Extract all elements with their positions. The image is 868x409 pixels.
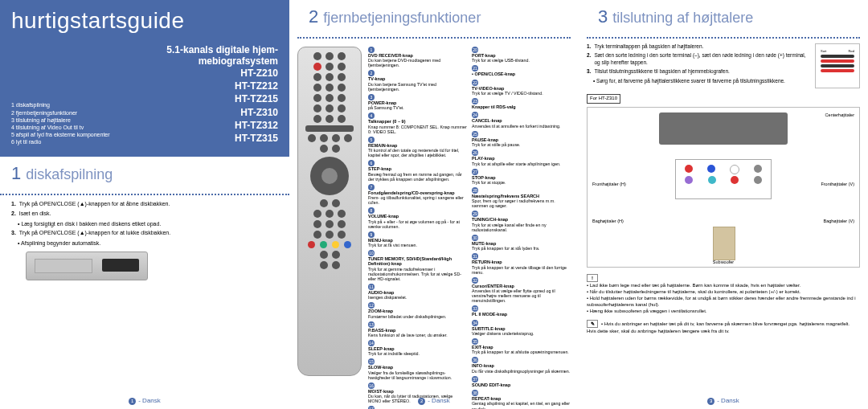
dvd-player-illustration	[26, 252, 148, 280]
n2: Hvis du anbringer en højttaler tæt på di…	[587, 321, 850, 333]
remote-item: 9MENU-knapTryk for at få vist menuen.	[368, 231, 467, 247]
remote-item: 35EXIT-knapTryk på knappen for at afslut…	[472, 338, 571, 354]
model-1: HT-TZ212	[166, 80, 278, 92]
remote-item: 25PAUSE-knapTryk for at stille på pause.	[472, 131, 571, 147]
model-2: HT-TZ215	[166, 92, 278, 105]
footer-lang-2: - Dansk	[428, 397, 450, 404]
remote-item: 6STEP-knapBevæg fremad og frem en ramme …	[368, 160, 467, 181]
caution-notes: ! • Lad ikke børn lege med eller tæt på …	[587, 274, 860, 334]
section3-body: SortRød 1.Tryk terminaltappen på bagside…	[587, 43, 860, 334]
page-num-1: 1	[129, 398, 136, 405]
dotted-rule	[0, 194, 289, 195]
remote-item: 8VOLUME-knapTryk på + eller - for at øge…	[368, 207, 467, 228]
s1-bullet1: Læg forsigtigt en disk i bakken med disk…	[18, 220, 278, 227]
s1-step1: Tryk på OPEN/CLOSE (▲)-knappen for at åb…	[19, 200, 170, 207]
s3-step1: Tryk terminaltappen på bagsiden af højtt…	[594, 43, 703, 50]
remote-item: 1DVD RECEIVER-knapDu kan betjene DVD-mod…	[368, 47, 467, 67]
remote-item: 36INFO-knapDu får viste diskafspilningso…	[472, 357, 571, 373]
terminal-panel	[675, 159, 772, 199]
s1-step3: Tryk på OPEN/CLOSE (▲)-knappen for at lu…	[19, 229, 170, 236]
lbl-rl: Baghøjttaler (V)	[823, 219, 854, 224]
note-icon: ✎	[587, 320, 598, 328]
page-footer-1: 1- Dansk	[0, 397, 289, 405]
model-5: HT-TZ315	[166, 132, 278, 145]
section2-title: fjernbetjeningsfunktioner	[323, 10, 481, 27]
remote-item: 17DVD-knapTryk for at vælge DVD-tilstand…	[368, 406, 467, 409]
model-0: HT-Z210	[166, 67, 278, 80]
lbl-fl: Fronthøjttaler (V)	[821, 182, 854, 187]
remote-item: 15SLOW-knapVælger fra de forskellige slø…	[368, 358, 467, 379]
nav-wheel-icon	[310, 157, 349, 195]
disc-tray-icon	[35, 259, 92, 273]
toc-0: 1 diskafspilning	[11, 101, 110, 108]
remote-item: 24CANCEL-knapAnvendes til at annullere e…	[472, 112, 571, 128]
dotted-rule	[587, 37, 860, 39]
remote-item: 31RETURN-knapTryk på knappen for at vend…	[472, 253, 571, 274]
toc-2: 3 tilslutning af højttalere	[11, 117, 110, 124]
remote-descriptions: 1DVD RECEIVER-knapDu kan betjene DVD-mod…	[368, 47, 571, 409]
page-1: hurtigstartsguide 5.1-kanals digitale hj…	[0, 0, 289, 409]
terminal-illustration: SortRød	[815, 43, 860, 88]
toc-4: 5 afspil af lyd fra eksterne komponenter	[11, 131, 110, 138]
receiver-back-icon	[659, 112, 788, 145]
model-4: HT-TZ312	[166, 119, 278, 132]
s3-step3: Tilslut tilslutningsstikkene til bagside…	[594, 68, 729, 75]
section1-title: diskafspilning	[26, 166, 113, 183]
display-icon	[102, 259, 139, 272]
remote-item: 22TV-VIDEO-knapTryk for at vælge TV / VI…	[472, 80, 571, 96]
page-2: 2 fjernbetjeningsfunktioner	[289, 0, 579, 409]
remote-item: 5REMAIN-knapTil kontrol af den totale og…	[368, 137, 467, 157]
remote-item: 10TUNER MEMORY, SD/HD(Standard/High Defi…	[368, 250, 467, 281]
remote-item: 32Cursor/ENTER-knapAnvendes til at vælge…	[472, 277, 571, 304]
lbl-fr: Fronthøjttaler (H)	[592, 182, 626, 187]
remote-item: 29TUNING/CH-knapTryk for at vælge kanal …	[472, 211, 571, 231]
n1-3: Hæng ikke subwooferen på væggen i ventil…	[590, 309, 707, 313]
remote-illustration	[297, 47, 362, 376]
s3-step2: Sæt den sorte ledning i den sorte termin…	[594, 52, 810, 66]
section2-heading: 2 fjernbetjeningsfunktioner	[297, 0, 571, 32]
lbl-rr: Baghøjttaler (H)	[592, 219, 624, 224]
remote-item: 13P.BASS-knapKens funksion af de lave to…	[368, 321, 467, 337]
caution-icon: !	[587, 274, 598, 282]
remote-item: 28Næste/spring/frekvens SEARCHSpor, frem…	[472, 187, 571, 208]
n1-1: Når du tilslutter højttalerledningerne t…	[590, 289, 801, 294]
page-3: 3 tilslutning af højttalere SortRød 1.Tr…	[579, 0, 868, 409]
footer-lang-3: - Dansk	[717, 397, 739, 404]
remote-item: 20PORT-knapTryk for at vælge USB-tilstan…	[472, 47, 571, 63]
color-buttons	[308, 241, 351, 248]
connection-diagram: Centerhøjttaler Fronthøjttaler (H) Front…	[587, 107, 860, 268]
section3-title: tilslutning af højttalere	[612, 10, 753, 27]
section2-num: 2	[309, 6, 318, 27]
toc-3: 4 tilslutning af Video Out til tv	[11, 124, 110, 131]
remote-item: 30MUTE-knapTryk på knappen for at slå ly…	[472, 235, 571, 251]
remote-item: 27STOP-knapTryk for at stoppe.	[472, 169, 571, 185]
page-num-3: 3	[707, 398, 714, 405]
subtitle-line1: 5.1-kanals digitale hjem-	[166, 44, 278, 55]
remote-item: 34SUBTITLE-knapVælger diskens undertekst…	[472, 320, 571, 336]
lbl-center: Centerhøjttaler	[825, 112, 854, 118]
section1-heading: 1 diskafspilning	[0, 157, 289, 189]
diagram-header: For HT-Z310	[587, 94, 620, 104]
toc: 1 diskafspilning 2 fjernbetjeningsfunkti…	[11, 101, 110, 145]
toc-5: 6 lyt til radio	[11, 138, 110, 145]
remote-item: 3POWER-knappå Samsung TV'et.	[368, 94, 467, 110]
term-red: Rød	[848, 49, 854, 53]
cover-right: 5.1-kanals digitale hjem- mebiografsyste…	[166, 44, 278, 145]
section3-num: 3	[598, 6, 608, 27]
n1-2: Hold højttaleren uden for børns rækkevid…	[587, 296, 856, 307]
remote-item: 14SLEEP-knapTryk for at indstille sleept…	[368, 340, 467, 356]
section3-heading: 3 tilslutning af højttalere	[587, 0, 860, 32]
subtitle-line2: mebiografsystem	[166, 55, 278, 67]
page-footer-2: 2- Dansk	[289, 397, 579, 405]
s1-bullet2: Afspilning begynder automatisk.	[18, 239, 278, 247]
section1-num: 1	[11, 163, 21, 184]
dotted-rule	[297, 37, 571, 39]
page-num-2: 2	[418, 398, 425, 405]
n1-0: Lad ikke børn lege med eller tæt på højt…	[590, 283, 800, 288]
remote-item: 21• OPEN/CLOSE-knap	[472, 65, 571, 76]
remote-item: 7Forudgående/spring/CD-overspring-knapFr…	[368, 184, 467, 205]
footer-lang-1: - Dansk	[138, 397, 161, 404]
toc-1: 2 fjernbetjeningsfunktioner	[11, 109, 110, 117]
remote-item: 33PL II MODE-knap	[472, 305, 571, 317]
remote-item: 37SOUND EDIT-knap	[472, 376, 571, 387]
